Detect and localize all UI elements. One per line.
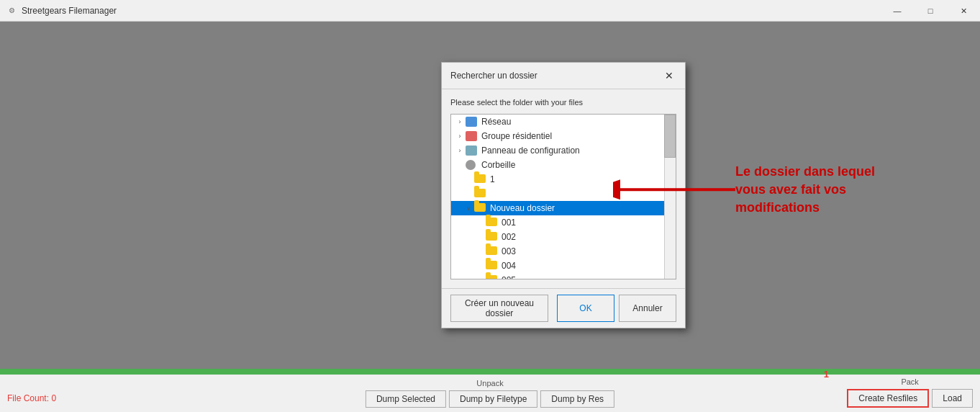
cancel-button[interactable]: Annuler <box>619 295 676 322</box>
folder-icon <box>486 232 499 242</box>
tree-label: 001 <box>502 218 516 228</box>
tree-item-groupe[interactable]: › Groupe résidentiel <box>451 129 676 143</box>
unpack-label: Unpack <box>476 379 503 388</box>
folder-icon <box>486 275 499 279</box>
folder-icon <box>486 246 499 256</box>
tree-item-003[interactable]: 003 <box>451 244 676 259</box>
minimize-button[interactable]: — <box>881 0 914 22</box>
tree-label: 002 <box>502 232 516 242</box>
tree-label: Groupe résidentiel <box>481 131 552 141</box>
dialog-close-button[interactable]: ✕ <box>662 68 676 83</box>
dialog-instruction: Please select the folder with your files <box>450 98 676 107</box>
maximize-button[interactable]: □ <box>914 0 947 22</box>
group-icon <box>466 131 478 141</box>
tree-label: Panneau de configuration <box>481 145 580 156</box>
dialog-title-bar: Rechercher un dossier ✕ <box>442 63 685 89</box>
recycle-icon <box>466 160 478 170</box>
app-body: Rechercher un dossier ✕ Please select th… <box>0 22 980 369</box>
scrollbar-track[interactable] <box>664 115 676 279</box>
expand-icon <box>474 246 486 257</box>
tree-label: 005 <box>502 275 516 279</box>
file-count: File Count: 0 <box>7 393 56 403</box>
dump-by-res-button[interactable]: Dump by Res <box>540 390 614 408</box>
app-title: Streetgears Filemanager <box>22 6 117 16</box>
network-icon <box>466 117 478 127</box>
unpack-button-group: Dump Selected Dump by Filetype Dump by R… <box>366 390 614 408</box>
tree-label: 004 <box>502 261 516 271</box>
close-button[interactable]: ✕ <box>947 0 980 22</box>
expand-icon: ∨ <box>463 202 474 214</box>
tree-label: 1 <box>490 174 495 184</box>
tree-item-empty[interactable] <box>451 187 676 201</box>
expand-icon <box>454 159 466 171</box>
title-bar-controls: — □ ✕ <box>881 0 980 22</box>
ok-button[interactable]: OK <box>557 295 614 322</box>
expand-icon: › <box>454 130 466 142</box>
progress-bar <box>0 369 980 375</box>
tree-item-005[interactable]: 005 <box>451 273 676 279</box>
unpack-section: Unpack Dump Selected Dump by Filetype Du… <box>366 379 614 408</box>
pack-label: Pack <box>901 377 918 386</box>
page-number-badge: 1 <box>824 369 829 380</box>
tree-item-001[interactable]: 001 <box>451 215 676 230</box>
dialog-content: Please select the folder with your files… <box>442 89 685 288</box>
app-icon: ⚙ <box>6 5 17 17</box>
expand-icon: › <box>454 145 466 156</box>
tree-item-1[interactable]: 1 <box>451 172 676 187</box>
bottom-bar: File Count: 0 Unpack Dump Selected Dump … <box>0 369 980 412</box>
expand-icon <box>474 274 486 279</box>
folder-icon <box>474 189 487 199</box>
tree-item-panneau[interactable]: › Panneau de configuration <box>451 143 676 158</box>
expand-icon <box>463 174 474 185</box>
tree-label: 003 <box>502 246 516 256</box>
new-folder-button[interactable]: Créer un nouveau dossier <box>450 295 548 322</box>
tree-item-reseau[interactable]: › Réseau <box>451 115 676 129</box>
pack-section: 1 Pack Create Resfiles Load <box>847 377 973 408</box>
scrollbar-thumb[interactable] <box>664 115 676 158</box>
expand-icon <box>474 231 486 243</box>
tree-label: Réseau <box>481 117 511 127</box>
folder-icon <box>474 174 487 184</box>
dump-by-filetype-button[interactable]: Dump by Filetype <box>449 390 537 408</box>
create-resfiles-button[interactable]: Create Resfiles <box>847 389 929 408</box>
tree-label: Corbeille <box>481 160 515 170</box>
dialog-title: Rechercher un dossier <box>450 71 537 81</box>
annotation-text: Le dossier dans lequel vous avez fait vo… <box>735 163 894 218</box>
control-panel-icon <box>466 145 478 156</box>
expand-icon <box>463 188 474 200</box>
folder-icon <box>486 261 499 271</box>
folder-icon <box>486 218 499 228</box>
load-button[interactable]: Load <box>932 389 973 408</box>
expand-icon: › <box>454 116 466 127</box>
expand-icon <box>474 260 486 272</box>
pack-button-group: Create Resfiles Load <box>847 389 973 408</box>
folder-open-icon <box>474 203 487 213</box>
tree-label: Nouveau dossier <box>490 203 555 213</box>
folder-tree[interactable]: › Réseau › Groupe résidentiel › Panneau … <box>450 114 676 279</box>
expand-icon <box>474 217 486 228</box>
dialog-footer: Créer un nouveau dossier OK Annuler <box>442 288 685 328</box>
tree-item-004[interactable]: 004 <box>451 259 676 273</box>
bottom-content: File Count: 0 Unpack Dump Selected Dump … <box>0 375 980 412</box>
tree-item-corbeille[interactable]: Corbeille <box>451 158 676 172</box>
folder-dialog: Rechercher un dossier ✕ Please select th… <box>441 62 686 328</box>
tree-item-nouveau-dossier[interactable]: ∨ Nouveau dossier <box>451 201 676 215</box>
dump-selected-button[interactable]: Dump Selected <box>366 390 446 408</box>
title-bar: ⚙ Streetgears Filemanager — □ ✕ <box>0 0 980 22</box>
tree-item-002[interactable]: 002 <box>451 230 676 244</box>
